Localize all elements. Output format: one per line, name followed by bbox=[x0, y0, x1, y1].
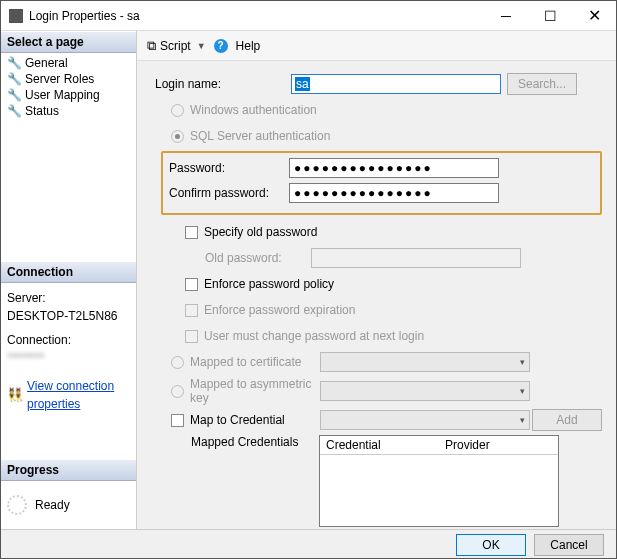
page-label: User Mapping bbox=[25, 88, 100, 102]
titlebar: Login Properties - sa ─ ☐ ✕ bbox=[1, 1, 616, 31]
must-change-label: User must change password at next login bbox=[204, 329, 424, 343]
left-pane: Select a page 🔧 General 🔧 Server Roles 🔧… bbox=[1, 31, 137, 529]
connection-header: Connection bbox=[1, 261, 136, 283]
enforce-expiration-checkbox bbox=[185, 304, 198, 317]
page-label: Server Roles bbox=[25, 72, 94, 86]
page-label: General bbox=[25, 56, 68, 70]
page-general[interactable]: 🔧 General bbox=[1, 55, 136, 71]
password-input[interactable] bbox=[289, 158, 499, 178]
server-label: Server: bbox=[7, 289, 130, 307]
script-icon: ⧉ bbox=[147, 38, 156, 54]
form-area: Login name: sa Search... Windows authent… bbox=[137, 61, 616, 529]
maximize-button[interactable]: ☐ bbox=[528, 1, 572, 31]
mapped-cert-radio bbox=[171, 356, 184, 369]
credential-column: Credential bbox=[320, 436, 439, 454]
connection-panel: Server: DESKTOP-T2L5N86 Connection: ****… bbox=[1, 283, 136, 419]
sql-auth-label: SQL Server authentication bbox=[190, 129, 330, 143]
wrench-icon: 🔧 bbox=[7, 88, 21, 102]
mapped-asym-combo: ▾ bbox=[320, 381, 530, 401]
page-user-mapping[interactable]: 🔧 User Mapping bbox=[1, 87, 136, 103]
connection-value: ******** bbox=[7, 349, 130, 367]
specify-old-password-label: Specify old password bbox=[204, 225, 317, 239]
script-button[interactable]: Script bbox=[160, 39, 191, 53]
ok-button[interactable]: OK bbox=[456, 534, 526, 556]
enforce-policy-label: Enforce password policy bbox=[204, 277, 334, 291]
view-connection-link[interactable]: View connection properties bbox=[27, 377, 130, 413]
map-credential-checkbox[interactable] bbox=[171, 414, 184, 427]
close-button[interactable]: ✕ bbox=[572, 1, 616, 31]
cancel-button[interactable]: Cancel bbox=[534, 534, 604, 556]
wrench-icon: 🔧 bbox=[7, 104, 21, 118]
help-icon: ? bbox=[214, 39, 228, 53]
password-label: Password: bbox=[169, 161, 289, 175]
page-server-roles[interactable]: 🔧 Server Roles bbox=[1, 71, 136, 87]
view-connection-properties[interactable]: 👯 View connection properties bbox=[7, 377, 130, 413]
progress-panel: Ready bbox=[1, 481, 136, 529]
login-name-input[interactable]: sa bbox=[291, 74, 501, 94]
windows-auth-radio bbox=[171, 104, 184, 117]
toolbar: ⧉ Script ▼ ? Help bbox=[137, 31, 616, 61]
add-button: Add bbox=[532, 409, 602, 431]
login-name-value: sa bbox=[295, 77, 310, 91]
confirm-password-input[interactable] bbox=[289, 183, 499, 203]
dialog-footer: OK Cancel bbox=[1, 529, 616, 559]
help-button[interactable]: Help bbox=[236, 39, 261, 53]
page-list: 🔧 General 🔧 Server Roles 🔧 User Mapping … bbox=[1, 53, 136, 127]
enforce-expiration-label: Enforce password expiration bbox=[204, 303, 355, 317]
windows-auth-label: Windows authentication bbox=[190, 103, 317, 117]
mapped-asym-label: Mapped to asymmetric key bbox=[190, 377, 320, 405]
password-highlight: Password: Confirm password: bbox=[161, 151, 602, 215]
specify-old-password-checkbox[interactable] bbox=[185, 226, 198, 239]
progress-status: Ready bbox=[35, 498, 70, 512]
page-label: Status bbox=[25, 104, 59, 118]
wrench-icon: 🔧 bbox=[7, 56, 21, 70]
right-pane: ⧉ Script ▼ ? Help Login name: sa Search.… bbox=[137, 31, 616, 529]
must-change-checkbox bbox=[185, 330, 198, 343]
mapped-credentials-label: Mapped Credentials bbox=[191, 435, 319, 449]
network-icon: 👯 bbox=[7, 385, 23, 405]
map-credential-combo: ▾ bbox=[320, 410, 530, 430]
confirm-password-label: Confirm password: bbox=[169, 186, 289, 200]
progress-header: Progress bbox=[1, 459, 136, 481]
minimize-button[interactable]: ─ bbox=[484, 1, 528, 31]
progress-spinner-icon bbox=[7, 495, 27, 515]
mapped-cert-combo: ▾ bbox=[320, 352, 530, 372]
select-page-header: Select a page bbox=[1, 31, 136, 53]
server-value: DESKTOP-T2L5N86 bbox=[7, 307, 130, 325]
provider-column: Provider bbox=[439, 436, 558, 454]
mapped-cert-label: Mapped to certificate bbox=[190, 355, 320, 369]
map-credential-label: Map to Credential bbox=[190, 413, 320, 427]
wrench-icon: 🔧 bbox=[7, 72, 21, 86]
credentials-table[interactable]: Credential Provider bbox=[319, 435, 559, 527]
login-name-label: Login name: bbox=[151, 77, 291, 91]
window-title: Login Properties - sa bbox=[29, 9, 484, 23]
mapped-asym-radio bbox=[171, 385, 184, 398]
connection-label: Connection: bbox=[7, 331, 130, 349]
search-button: Search... bbox=[507, 73, 577, 95]
old-password-input bbox=[311, 248, 521, 268]
script-dropdown-icon[interactable]: ▼ bbox=[197, 41, 206, 51]
page-status[interactable]: 🔧 Status bbox=[1, 103, 136, 119]
sql-auth-radio bbox=[171, 130, 184, 143]
enforce-policy-checkbox[interactable] bbox=[185, 278, 198, 291]
old-password-label: Old password: bbox=[151, 251, 311, 265]
app-icon bbox=[9, 9, 23, 23]
